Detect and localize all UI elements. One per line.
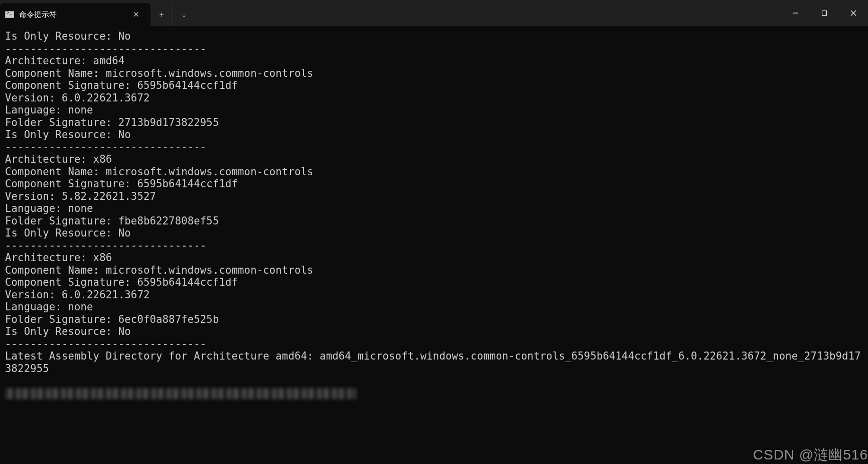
output-line: Architecture: x86 bbox=[5, 153, 112, 165]
output-line: Is Only Resource: No bbox=[5, 129, 131, 141]
output-line: Folder Signature: 6ec0f0a887fe525b bbox=[5, 313, 219, 325]
output-line: Is Only Resource: No bbox=[5, 30, 131, 42]
output-line: Is Only Resource: No bbox=[5, 227, 131, 239]
active-tab[interactable]: 命令提示符 ✕ bbox=[0, 3, 151, 26]
output-line: Folder Signature: fbe8b6227808ef55 bbox=[5, 215, 219, 227]
watermark-text: CSDN @涟幽516 bbox=[753, 449, 868, 461]
output-line: Latest Assembly Directory for Architectu… bbox=[5, 350, 861, 375]
output-line: Version: 6.0.22621.3672 bbox=[5, 289, 150, 301]
window-controls bbox=[781, 0, 868, 26]
svg-rect-1 bbox=[822, 11, 827, 16]
cmd-icon bbox=[5, 11, 14, 18]
maximize-button[interactable] bbox=[810, 0, 839, 26]
tab-title: 命令提示符 bbox=[19, 10, 124, 20]
new-tab-button[interactable]: ＋ bbox=[151, 3, 173, 26]
output-line: Component Name: microsoft.windows.common… bbox=[5, 166, 314, 178]
tab-dropdown-button[interactable]: ⌄ bbox=[173, 3, 195, 26]
output-divider: -------------------------------- bbox=[5, 338, 206, 350]
output-line: Component Name: microsoft.windows.common… bbox=[5, 67, 314, 79]
titlebar-drag-area[interactable] bbox=[195, 0, 781, 26]
output-line: Architecture: amd64 bbox=[5, 55, 124, 67]
output-line: Language: none bbox=[5, 301, 93, 313]
chevron-down-icon: ⌄ bbox=[182, 11, 186, 19]
output-line: Architecture: x86 bbox=[5, 252, 112, 264]
terminal-output[interactable]: Is Only Resource: No -------------------… bbox=[0, 26, 868, 464]
terminal-window: 命令提示符 ✕ ＋ ⌄ Is Only Resource: No -------… bbox=[0, 0, 868, 464]
output-line: Language: none bbox=[5, 104, 93, 116]
maximize-icon bbox=[821, 10, 827, 16]
output-line: Is Only Resource: No bbox=[5, 325, 131, 337]
minimize-button[interactable] bbox=[781, 0, 810, 26]
close-icon bbox=[850, 10, 856, 16]
output-line: Language: none bbox=[5, 202, 93, 214]
close-window-button[interactable] bbox=[839, 0, 868, 26]
titlebar: 命令提示符 ✕ ＋ ⌄ bbox=[0, 0, 868, 26]
output-line: Component Signature: 6595b64144ccf1df bbox=[5, 178, 238, 190]
output-line: Component Signature: 6595b64144ccf1df bbox=[5, 276, 238, 288]
minimize-icon bbox=[792, 10, 798, 16]
output-line: Version: 5.82.22621.3527 bbox=[5, 190, 156, 202]
output-line: Version: 6.0.22621.3672 bbox=[5, 92, 150, 104]
redacted-path bbox=[5, 388, 356, 399]
output-line: Component Name: microsoft.windows.common… bbox=[5, 264, 314, 276]
output-line: Folder Signature: 2713b9d173822955 bbox=[5, 117, 219, 129]
output-divider: -------------------------------- bbox=[5, 43, 206, 55]
tab-actions: ＋ ⌄ bbox=[151, 3, 195, 26]
output-line: Component Signature: 6595b64144ccf1df bbox=[5, 79, 238, 91]
output-divider: -------------------------------- bbox=[5, 141, 206, 153]
output-divider: -------------------------------- bbox=[5, 240, 206, 252]
close-tab-button[interactable]: ✕ bbox=[129, 8, 143, 21]
